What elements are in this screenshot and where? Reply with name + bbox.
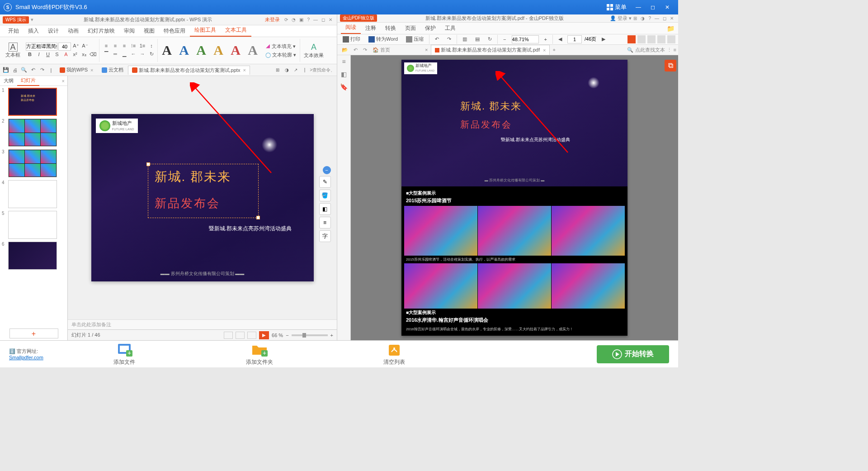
italic-button[interactable]: I (35, 52, 43, 59)
pdf-side-nav-icon[interactable]: ≡ (340, 58, 348, 65)
doc-tab-mywps[interactable]: 我的WPS× (56, 66, 97, 74)
view-sorter-icon[interactable] (236, 332, 245, 339)
float-shape-icon[interactable]: ◧ (319, 203, 331, 215)
font-decrease-icon[interactable]: A⁻ (81, 43, 89, 50)
pdf-tab-protect[interactable]: 保护 (420, 23, 440, 34)
pdf-tab-note[interactable]: 注释 (361, 23, 381, 34)
font-name-select[interactable] (26, 43, 57, 51)
indent-inc-icon[interactable]: → (138, 51, 146, 58)
doc-tab-cloud[interactable]: 云文档 (98, 66, 127, 74)
pdf-close-icon[interactable]: ✕ (668, 16, 675, 21)
tab-anim[interactable]: 动画 (63, 25, 83, 37)
slide-thumb-4[interactable] (8, 180, 57, 208)
align-bot-icon[interactable]: ▁ (120, 51, 128, 58)
wordart-style-5[interactable]: A (227, 43, 244, 59)
add-file-button[interactable]: + 添加文件 (57, 342, 192, 366)
wps-theme-icon[interactable]: ▣ (297, 17, 305, 22)
bullets-icon[interactable]: ⁝≡ (129, 43, 137, 50)
float-fill-icon[interactable]: 🪣 (319, 190, 331, 201)
pdf-redo-icon[interactable]: ↷ (444, 35, 454, 43)
pdf-view-double-icon[interactable] (637, 35, 646, 43)
textbox-button[interactable]: A 文本框 (3, 42, 23, 59)
minimize-button[interactable]: — (631, 4, 646, 10)
doc-tab-file[interactable]: 新城.郡未来新品发布会活动策划方案测试.pptx× (128, 66, 250, 75)
wps-login-link[interactable]: 未登录 (265, 16, 280, 23)
font-color-button[interactable]: A (62, 52, 70, 59)
official-link[interactable]: Smallpdfer.com (9, 355, 43, 360)
slideshow-play-icon[interactable]: ▶ (259, 331, 269, 339)
pdf-doc-tab[interactable]: 新城.郡未来新品发布会活动策划方案测试.pdf× (431, 45, 550, 55)
pdf-tab-read[interactable]: 阅读 (341, 22, 361, 34)
pdf-view-fit-icon[interactable] (657, 35, 665, 43)
align-right-icon[interactable]: ≡ (120, 43, 128, 50)
slide-title-1[interactable]: 新城. 郡未来 (155, 168, 231, 186)
maximize-button[interactable]: ◻ (646, 4, 660, 10)
qat-preview-icon[interactable]: 🔍 (20, 67, 28, 73)
tab-start[interactable]: 开始 (4, 25, 24, 37)
zoom-in-icon[interactable]: + (330, 333, 333, 338)
add-slide-button[interactable]: + (9, 328, 58, 338)
underline-button[interactable]: U (44, 52, 52, 59)
indent-dec-icon[interactable]: ← (129, 51, 137, 58)
menu-button[interactable]: 菜单 (602, 1, 631, 13)
qat-print-icon[interactable]: 🖨 (11, 67, 19, 73)
pdf-fit1-icon[interactable]: ▥ (460, 35, 470, 43)
wps-min-icon[interactable]: — (311, 17, 320, 22)
pdf-tab-convert[interactable]: 转换 (381, 23, 401, 34)
wordart-style-3[interactable]: A (193, 43, 209, 59)
wps-sync-icon[interactable]: ⟳ (283, 17, 290, 22)
pdf-view-continuous-icon[interactable] (647, 35, 656, 43)
qat-save-icon[interactable]: 💾 (2, 67, 10, 73)
pdf-zoom-select[interactable] (512, 35, 539, 43)
pdf-more-icon[interactable]: ⋮ (667, 47, 672, 53)
slide-thumb-1[interactable]: 新城.郡未来新品发布会 (8, 88, 57, 116)
text-effect-button[interactable]: A 文本效果 (301, 42, 326, 60)
view-normal-icon[interactable] (224, 332, 233, 339)
zoom-slider[interactable] (292, 334, 328, 336)
pdf-r3-icon[interactable]: ? (646, 16, 653, 21)
tab-view[interactable]: 视图 (139, 25, 159, 37)
wps-pin-icon[interactable]: ? (305, 17, 311, 22)
pdf-zoom-out-icon[interactable]: − (500, 35, 509, 43)
pdf-view-single-icon[interactable] (627, 35, 636, 43)
outline-close-icon[interactable]: × (59, 78, 67, 84)
pdf-toword-button[interactable]: 转为Word (366, 34, 401, 44)
qat-redo-icon[interactable]: ↷ (38, 67, 46, 73)
pdf-fit2-icon[interactable]: ▤ (472, 35, 482, 43)
numbered-icon[interactable]: 1≡ (138, 43, 146, 50)
add-folder-button[interactable]: + 添加文件夹 (192, 342, 327, 366)
pdf-r2-icon[interactable]: ◑ (639, 16, 646, 21)
font-increase-icon[interactable]: A⁺ (72, 43, 80, 50)
bold-button[interactable]: B (26, 52, 34, 59)
pdf-fwd-icon[interactable]: ↷ (360, 47, 370, 53)
wps-settings-icon[interactable]: ◔ (290, 17, 297, 22)
wordart-style-6[interactable]: A (245, 43, 261, 59)
qat-r2-icon[interactable]: ◑ (283, 67, 291, 72)
pdf-hamburger-icon[interactable]: ≡ (674, 47, 676, 52)
wordart-style-2[interactable]: A (176, 43, 192, 59)
slides-tab[interactable]: 幻灯片 (17, 76, 39, 86)
tab-drawing[interactable]: 绘图工具 (190, 24, 221, 37)
pdf-min-icon[interactable]: — (653, 16, 661, 21)
float-text-icon[interactable]: 字 (319, 230, 331, 242)
pdf-login-link[interactable]: 👤 登录 ▾ (610, 15, 632, 22)
float-layer-icon[interactable]: ≡ (319, 217, 331, 228)
slide-canvas[interactable]: 新城地产FUTURE LAND 新城. 郡未来 新品发布会 暨新城.郡未来点亮苏… (68, 76, 337, 319)
pdf-side-thumb-icon[interactable]: ◧ (340, 71, 348, 78)
wps-max-icon[interactable]: ◻ (320, 17, 327, 22)
start-convert-button[interactable]: 开始转换 (597, 345, 669, 363)
pdf-next-page-icon[interactable]: ▶ (599, 35, 608, 43)
pdf-view[interactable]: 新城地产FUTURE LAND 新城. 郡未来 新品发布会 暨新城.郡未来点亮苏… (351, 55, 678, 340)
tab-design[interactable]: 设计 (43, 25, 63, 37)
text-fill-button[interactable]: ◢ 文本填充 ▾ (264, 42, 298, 51)
pdf-compress-button[interactable]: 压缩 (403, 34, 426, 44)
slide-title-2[interactable]: 新品发布会 (155, 195, 220, 211)
font-size-input[interactable] (58, 43, 71, 51)
pdf-folder-icon[interactable]: 📁 (663, 23, 678, 34)
pdf-new-tab-icon[interactable]: + (550, 47, 558, 52)
wordart-style-1[interactable]: A (159, 43, 175, 59)
slide-thumb-3[interactable] (8, 149, 57, 177)
notes-input[interactable]: 单击此处添加备注 (68, 319, 337, 329)
pdf-tab-tool[interactable]: 工具 (440, 23, 460, 34)
pdf-r1-icon[interactable]: ⊞ (632, 16, 639, 21)
